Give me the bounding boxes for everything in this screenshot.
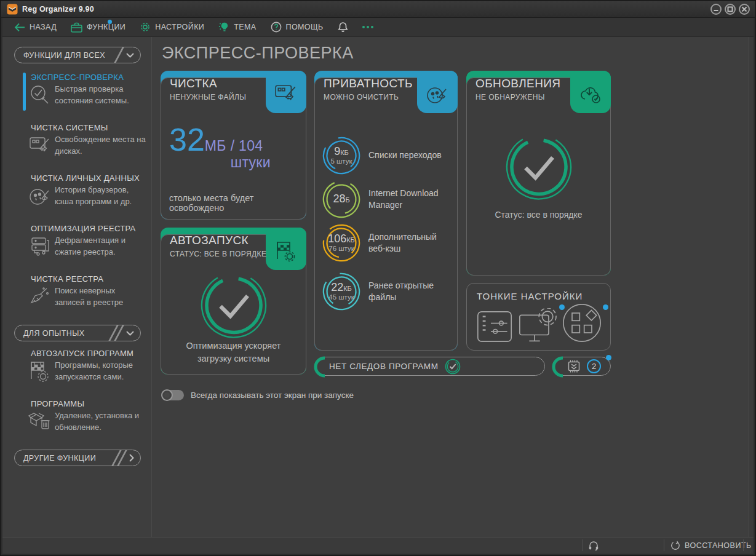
titlebar: Reg Organizer 9.90: [1, 1, 755, 18]
help-menu-button[interactable]: ПОМОЩЬ: [271, 22, 324, 33]
back-button[interactable]: НАЗАД: [14, 23, 57, 32]
sidebar-item-express-check[interactable]: ЭКСПРЕСС-ПРОВЕРКА Быстрая проверка состо…: [31, 73, 151, 107]
statusbar-separator: [664, 539, 664, 551]
more-menu-button[interactable]: [362, 26, 373, 28]
updates-card[interactable]: ОБНОВЛЕНИЯ НЕ ОБНАРУЖЕНЫ Статус: все в п…: [466, 71, 611, 276]
theme-menu-button[interactable]: ТЕМА: [218, 22, 256, 33]
sidebar-item-private-data-cleanup[interactable]: ЧИСТКА ЛИЧНЫХ ДАННЫХ История браузеров, …: [31, 173, 151, 208]
statusbar-separator: [582, 539, 583, 551]
settings-menu-button[interactable]: НАСТРОЙКИ: [140, 22, 204, 33]
card-title: ТОНКИЕ НАСТРОЙКИ: [477, 291, 583, 301]
sidebar-item-registry-cleanup[interactable]: ЧИСТКА РЕЕСТРА Поиск неверных записей в …: [31, 274, 151, 309]
maximize-button[interactable]: [725, 4, 736, 15]
window-sliders-icon[interactable]: [477, 311, 512, 343]
back-arrow-icon: [14, 23, 25, 32]
app-logo-icon: [7, 4, 18, 15]
notifications-button[interactable]: [338, 22, 348, 33]
mask-broom-icon: [28, 185, 52, 208]
status-ok-ring: [199, 271, 268, 340]
sidebar-item-system-cleanup[interactable]: ЧИСТКА СИСТЕМЫ Освобождение места на дис…: [31, 123, 151, 157]
sidebar-item-registry-optimization[interactable]: ОПТИМИЗАЦИЯ РЕЕСТРА Дефрагментация и сжа…: [31, 224, 151, 258]
monitor-gear-icon[interactable]: [519, 308, 557, 343]
updates-card-corner: [570, 71, 611, 113]
pill-stripes: [118, 47, 120, 63]
statusbar-separator: [743, 539, 744, 551]
mask-broom-icon: [426, 84, 449, 106]
card-subtitle: СТАТУС: ВСЕ В ПОРЯДКЕ: [170, 250, 266, 258]
monitor-broom-icon: [28, 134, 52, 157]
close-button[interactable]: [739, 4, 750, 15]
flag-gear-icon: [28, 360, 52, 383]
toolbar: НАЗАД ФУНКЦИИ НАСТРОЙКИ ТЕМА: [2, 18, 754, 37]
chip-download-icon: [566, 359, 582, 374]
card-subtitle: НЕ ОБНАРУЖЕНЫ: [475, 93, 560, 101]
cloud-download-check-icon: [578, 84, 603, 105]
restore-button[interactable]: ВОССТАНОВИТЬ: [670, 538, 752, 553]
privacy-item-web-cache: 106КБ 76 штук Дополнительный веб-кэш: [322, 221, 453, 264]
headphones-icon: [588, 540, 599, 550]
statusbar: ВОССТАНОВИТЬ: [2, 537, 754, 553]
minimize-button[interactable]: [710, 4, 722, 15]
traces-label: НЕТ СЛЕДОВ ПРОГРАММ: [329, 362, 439, 371]
show-at-startup-toggle[interactable]: [162, 390, 184, 400]
updates-status-text: Статус: все в порядке: [466, 210, 611, 220]
sidebar-group-functions-for-all[interactable]: ФУНКЦИИ ДЛЯ ВСЕХ: [14, 47, 141, 63]
startup-toggle-label: Всегда показывать этот экран при запуске: [191, 391, 354, 400]
scrollbar-track[interactable]: [749, 37, 754, 537]
drivers-count-badge: 2: [587, 359, 601, 373]
app-window: Reg Organizer 9.90 НАЗАД ФУНКЦИИ НАСТРОЙ…: [0, 0, 756, 556]
card-title: АВТОЗАПУСК: [170, 234, 266, 247]
privacy-card-corner: [417, 71, 458, 113]
circle-squares-icon[interactable]: [562, 303, 602, 343]
card-title: ПРИВАТНОСТЬ: [324, 77, 413, 90]
privacy-item-label: Ранее открытые файлы: [368, 280, 453, 303]
sidebar-item-programs[interactable]: ПРОГРАММЫ Удаление, установка и обновлен…: [31, 399, 151, 434]
badge-dot: [603, 304, 608, 310]
program-traces-bar[interactable]: НЕТ СЛЕДОВ ПРОГРАММ: [314, 357, 545, 376]
autorun-card[interactable]: АВТОЗАПУСК СТАТУС: ВСЕ В ПОРЯДКЕ Оптимиз…: [161, 228, 306, 375]
privacy-item-label: Дополнительный веб-кэш: [368, 231, 453, 255]
card-title: ЧИСТКА: [170, 77, 246, 90]
badge-dot: [606, 355, 611, 360]
theme-bulb-icon: [218, 22, 229, 33]
autorun-footer-text: Оптимизация ускоряет загрузку системы: [178, 340, 289, 367]
box-trash-icon: [28, 410, 52, 434]
sidebar-group-for-experts[interactable]: ДЛЯ ОПЫТНЫХ: [14, 325, 141, 341]
functions-menu-button[interactable]: ФУНКЦИИ: [71, 22, 125, 33]
support-button[interactable]: [588, 538, 599, 553]
privacy-card[interactable]: ПРИВАТНОСТЬ МОЖНО ОЧИСТИТЬ 9КБ 5 штук: [314, 71, 458, 351]
cleanup-card[interactable]: ЧИСТКА НЕНУЖНЫЕ ФАЙЛЫ 32 МБ / 104 штуки …: [161, 71, 306, 220]
broom-icon: [28, 285, 52, 309]
privacy-ring: 22КБ 45 штук: [322, 272, 360, 311]
cleanup-card-corner: [266, 71, 306, 113]
startup-toggle-row: Всегда показывать этот экран при запуске: [162, 390, 354, 400]
cleanup-size-value: 32 МБ / 104 штуки: [169, 124, 306, 171]
page-title: ЭКСПРЕСС-ПРОВЕРКА: [162, 44, 354, 63]
chevron-down-icon: [126, 53, 134, 58]
registry-cart-icon: [28, 235, 52, 258]
privacy-item-label: Internet Download Manager: [368, 188, 453, 211]
sidebar-item-autorun-programs[interactable]: АВТОЗАПУСК ПРОГРАММ Программы, которые з…: [31, 349, 151, 383]
help-icon: [271, 22, 282, 33]
status-ok-ring: [504, 132, 573, 202]
toggle-knob[interactable]: [161, 389, 173, 401]
drivers-pill[interactable]: 2: [552, 357, 611, 376]
flag-gear-icon: [274, 240, 298, 263]
magnifier-check-icon: [28, 84, 52, 107]
privacy-item-recent-files: 22КБ 45 штук Ранее открытые файлы: [322, 269, 453, 313]
green-accent-arc: [552, 356, 565, 378]
privacy-item-label: Списки переходов: [368, 149, 442, 161]
card-title: ОБНОВЛЕНИЯ: [475, 77, 560, 90]
sidebar-group-other-functions[interactable]: ДРУГИЕ ФУНКЦИИ: [14, 450, 141, 466]
privacy-items-list: 9КБ 5 штук Списки переходов 28Б: [322, 133, 453, 313]
privacy-ring: 28Б: [322, 180, 360, 218]
card-subtitle: НЕНУЖНЫЕ ФАЙЛЫ: [170, 93, 246, 101]
briefcase-icon: [71, 22, 82, 33]
cleanup-footer-text: столько места будет освобождено: [169, 193, 300, 213]
chevron-right-icon: [129, 454, 134, 462]
privacy-item-jump-lists: 9КБ 5 штук Списки переходов: [322, 133, 453, 177]
fine-tuning-card[interactable]: ТОНКИЕ НАСТРОЙКИ: [466, 283, 611, 351]
green-accent-arc: [314, 356, 327, 378]
sidebar: ФУНКЦИИ ДЛЯ ВСЕХ ЭКСПРЕСС-ПРОВЕРКА Быстр…: [2, 37, 152, 537]
privacy-ring: 9КБ 5 штук: [322, 137, 360, 175]
